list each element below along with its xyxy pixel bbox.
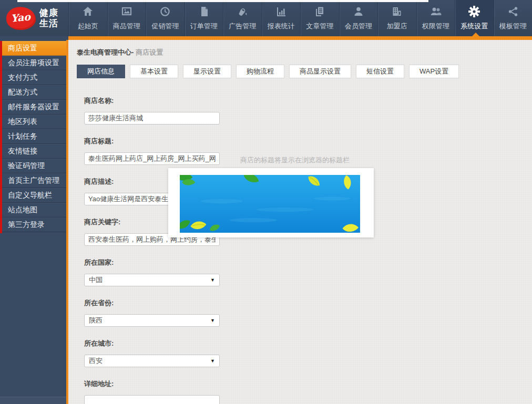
sidebar-footer-strip: [0, 397, 66, 404]
sidebar-item-payment-methods[interactable]: 支付方式: [0, 70, 68, 85]
nav-item-system-settings[interactable]: 系统设置: [455, 0, 494, 36]
dropdown-arrow-icon: ▼: [210, 318, 215, 323]
tab-wap-settings[interactable]: WAP设置: [409, 65, 459, 78]
shop-title-input[interactable]: [84, 152, 220, 165]
sidebar-item-custom-navbar[interactable]: 自定义导航栏: [0, 188, 68, 203]
field-shop-name: 商店名称:: [84, 96, 532, 125]
dropdown-arrow-icon: ▼: [210, 359, 215, 364]
banner-graphic: [180, 175, 360, 233]
nav-item-label: 商品管理: [113, 22, 140, 31]
logo-text: 健康 生活: [39, 8, 58, 29]
sidebar-item-region-list[interactable]: 地区列表: [0, 115, 68, 129]
sidebar-item-member-registration[interactable]: 会员注册项设置: [0, 56, 68, 70]
nav-item-templates[interactable]: 模板管理: [494, 0, 532, 36]
sidebar-orange-accent: [66, 40, 68, 404]
document-icon: [198, 5, 210, 18]
shop-info-form: 商店名称: 商店标题: 商店的标题将显示在浏览器的标题栏 商店描述: 商店关键字…: [77, 96, 532, 404]
paint-bucket-icon: [237, 5, 248, 18]
tab-shop-info[interactable]: 网店信息: [77, 65, 125, 78]
nav-item-label: 模板管理: [499, 22, 527, 31]
country-label: 所在国家:: [84, 258, 532, 266]
field-province: 所在省份: 陕西 ▼: [84, 298, 532, 327]
province-label: 所在省份:: [84, 298, 532, 306]
logo-line2: 生活: [39, 18, 58, 29]
sidebar-item-sitemap[interactable]: 站点地图: [0, 203, 68, 217]
field-shop-title: 商店标题: 商店的标题将显示在浏览器的标题栏: [84, 137, 532, 165]
dropdown-arrow-icon: ▼: [210, 278, 215, 283]
orange-accent-bar: [68, 36, 532, 40]
share-icon: [507, 5, 519, 18]
nav-item-reports[interactable]: 报表统计: [262, 0, 301, 36]
city-select[interactable]: 西安 ▼: [84, 355, 220, 367]
sidebar-item-third-party-login[interactable]: 第三方登录: [0, 217, 68, 232]
sidebar: 商店设置 会员注册项设置 支付方式 配送方式 邮件服务器设置 地区列表 计划任务…: [0, 36, 68, 404]
breadcrumb-title: 泰生电商管理中心-: [77, 48, 134, 56]
country-select[interactable]: 中国 ▼: [84, 274, 220, 286]
address-label: 详细地址:: [84, 379, 532, 387]
sidebar-item-captcha[interactable]: 验证码管理: [0, 159, 68, 173]
shop-title-label: 商店标题:: [84, 137, 532, 144]
nav-item-articles[interactable]: 文章管理: [300, 0, 339, 36]
tab-basic-settings[interactable]: 基本设置: [130, 65, 178, 78]
shop-name-label: 商店名称:: [84, 96, 532, 104]
city-label: 所在城市:: [84, 339, 532, 347]
nav-item-label: 促销管理: [151, 22, 179, 31]
sidebar-item-friend-links[interactable]: 友情链接: [0, 144, 68, 159]
shop-name-input[interactable]: [84, 112, 220, 125]
nav-item-label: 广告管理: [229, 22, 256, 31]
window-top-edge: [17, 0, 428, 2]
logo-blob-icon: Yao: [5, 5, 37, 31]
home-icon: [82, 5, 94, 18]
nav-item-orders[interactable]: 订单管理: [185, 0, 223, 36]
sidebar-item-mail-server[interactable]: 邮件服务器设置: [0, 100, 68, 115]
country-select-value: 中国: [89, 275, 103, 285]
floating-banner-image: [168, 168, 374, 237]
nav-item-permissions[interactable]: 权限管理: [416, 0, 455, 36]
sidebar-item-scheduled-tasks[interactable]: 计划任务: [0, 129, 68, 144]
nav-item-franchise[interactable]: 加盟店: [377, 0, 416, 36]
nav-item-members[interactable]: 会员管理: [339, 0, 378, 36]
nav-item-label: 系统设置: [461, 22, 488, 31]
city-select-value: 西安: [89, 356, 103, 366]
nav-item-label: 加盟店: [387, 22, 407, 31]
nav-item-products[interactable]: 商品管理: [107, 0, 146, 36]
sidebar-item-shipping-methods[interactable]: 配送方式: [0, 85, 68, 100]
clock-icon: [159, 5, 171, 18]
tab-display-settings[interactable]: 显示设置: [183, 65, 231, 78]
sidebar-menu: 商店设置 会员注册项设置 支付方式 配送方式 邮件服务器设置 地区列表 计划任务…: [0, 36, 68, 232]
tab-sms-settings[interactable]: 短信设置: [356, 65, 404, 78]
building-icon: [391, 5, 403, 18]
nav-item-promotions[interactable]: 促销管理: [146, 0, 185, 36]
bar-chart-icon: [275, 5, 287, 18]
app-logo: Yao 健康 生活: [0, 0, 68, 36]
tab-shopping-flow[interactable]: 购物流程: [236, 65, 284, 78]
users-icon: [429, 5, 442, 18]
address-input[interactable]: [84, 395, 220, 404]
nav-item-label: 会员管理: [345, 22, 372, 31]
shop-title-hint: 商店的标题将显示在浏览器的标题栏: [240, 156, 350, 165]
breadcrumb: 泰生电商管理中心-商店设置: [77, 48, 532, 56]
top-nav-items: 起始页 商品管理 促销管理: [68, 0, 532, 36]
settings-tabs: 网店信息 基本设置 显示设置 购物流程 商品显示设置 短信设置 WAP设置: [77, 65, 532, 78]
breadcrumb-section: 商店设置: [136, 48, 163, 56]
field-city: 所在城市: 西安 ▼: [84, 339, 532, 367]
top-navigation-bar: Yao 健康 生活 起始页 商品管理: [0, 0, 532, 36]
nav-item-ads[interactable]: 广告管理: [223, 0, 262, 36]
nav-item-label: 报表统计: [268, 22, 295, 31]
nav-item-label: 文章管理: [306, 22, 333, 31]
nav-item-home[interactable]: 起始页: [68, 0, 107, 36]
sidebar-red-accent: [0, 41, 2, 233]
sidebar-item-shop-settings[interactable]: 商店设置: [0, 41, 68, 56]
nav-item-label: 订单管理: [190, 22, 218, 31]
nav-item-label: 起始页: [78, 22, 98, 31]
pages-icon: [314, 5, 325, 18]
picture-icon: [121, 5, 132, 18]
nav-item-label: 权限管理: [422, 22, 449, 31]
logo-brand-text: Yao: [11, 11, 31, 24]
tab-product-display[interactable]: 商品显示设置: [289, 65, 351, 78]
province-select[interactable]: 陕西 ▼: [84, 314, 220, 327]
field-country: 所在国家: 中国 ▼: [84, 258, 532, 286]
gear-icon: [468, 5, 480, 18]
user-icon: [353, 5, 364, 18]
sidebar-item-homepage-ads[interactable]: 首页主广告管理: [0, 173, 68, 188]
